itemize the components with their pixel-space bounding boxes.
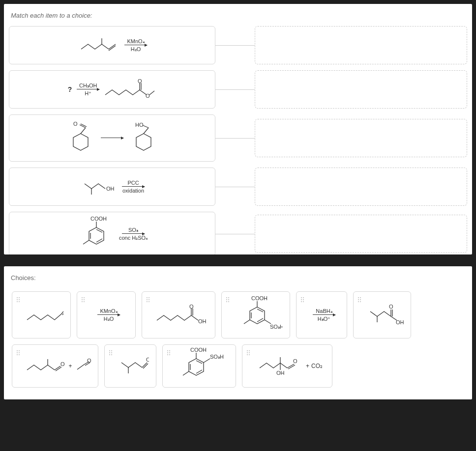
connector <box>215 89 255 90</box>
svg-text:O: O <box>60 361 65 367</box>
reagent-bottom: H₃O⁺ <box>318 316 331 322</box>
svg-line-42 <box>265 320 271 324</box>
plus-sign: + <box>306 363 309 369</box>
molecule-isobutanol: OH <box>80 177 119 197</box>
svg-text:OH: OH <box>198 318 207 324</box>
drag-handle-icon <box>246 350 250 356</box>
svg-marker-35 <box>250 307 265 324</box>
plus-sign: + <box>68 363 72 369</box>
svg-text:O: O <box>73 121 78 127</box>
svg-line-41 <box>244 320 250 324</box>
matching-panel: Match each item to a choice: KMnO₄ H₂O <box>4 4 472 254</box>
svg-text:SO₃H: SO₃H <box>210 354 224 360</box>
drag-handle-icon <box>81 297 85 303</box>
reagent-top: CH₃OH <box>79 83 97 88</box>
drop-target-4[interactable] <box>255 168 467 206</box>
svg-line-15 <box>144 128 149 134</box>
svg-text:O: O <box>389 304 393 310</box>
match-row-4: OH PCC oxidation <box>9 168 467 206</box>
svg-text:O: O <box>138 78 142 84</box>
match-row-3: O HO <box>9 114 467 162</box>
molecule-pentanal: O <box>24 305 63 325</box>
svg-line-17 <box>143 125 149 128</box>
reagent-bottom: oxidation <box>122 188 144 194</box>
svg-line-26 <box>83 240 89 244</box>
choice-4-sulfo-m-toluic-acid[interactable]: COOH SO₃H <box>162 344 236 388</box>
drop-target-2[interactable] <box>255 70 467 109</box>
svg-line-11 <box>80 125 86 128</box>
reagent-top: KMnO₄ <box>100 308 117 314</box>
svg-text:OH: OH <box>276 370 285 376</box>
drag-handle-icon <box>357 297 361 303</box>
svg-text:SO₃H: SO₃H <box>270 324 283 330</box>
svg-text:O: O <box>87 359 91 364</box>
svg-text:OH: OH <box>396 319 404 325</box>
arrow-plain <box>101 137 123 139</box>
connector <box>215 187 255 187</box>
molecule-2-methylbutanal: O <box>24 356 66 376</box>
drop-target-1[interactable] <box>255 26 467 64</box>
svg-marker-62 <box>189 359 204 375</box>
reagent-bottom: H⁺ <box>85 90 91 96</box>
prompt-2: ? CH₃OH H⁺ O O <box>9 70 215 109</box>
svg-line-8 <box>149 91 154 95</box>
choice-pentanal[interactable]: O <box>12 291 71 338</box>
unknown-marker: ? <box>68 85 72 93</box>
choice-kmno4-h2o[interactable]: KMnO₄ H₂O <box>77 291 136 338</box>
svg-text:COOH: COOH <box>190 347 207 353</box>
svg-marker-9 <box>73 134 88 150</box>
choice-isobutyric-acid[interactable]: O OH <box>353 291 411 338</box>
svg-marker-14 <box>136 134 151 150</box>
reagent-arrow: KMnO₄ H₂O <box>97 308 120 322</box>
match-row-1: KMnO₄ H₂O <box>9 26 467 64</box>
drag-handle-icon <box>300 297 304 303</box>
molecule-2-methylbutane-1-2-diol: O OH <box>257 354 304 378</box>
svg-marker-20 <box>89 227 104 244</box>
svg-line-33 <box>191 315 198 320</box>
drop-target-3[interactable] <box>255 119 467 157</box>
co2-label: CO₂ <box>311 363 323 369</box>
svg-line-27 <box>61 309 63 314</box>
drag-handle-icon <box>226 297 230 303</box>
svg-line-12 <box>81 124 87 127</box>
connector <box>215 234 255 234</box>
choice-5-sulfo-m-toluic-acid[interactable]: COOH SO₃H <box>221 291 290 338</box>
svg-text:O: O <box>293 358 298 364</box>
drag-handle-icon <box>16 297 20 303</box>
svg-text:OH: OH <box>106 186 115 192</box>
choice-methylbutanal-plus-formaldehyde[interactable]: O + O <box>12 344 98 388</box>
drag-handle-icon <box>16 350 20 356</box>
molecule-sulfobenzoic-2: COOH SO₃H <box>175 347 229 385</box>
molecule-3-methyl-1-pentene <box>77 35 121 55</box>
reagent-top: NaBH₄ <box>316 308 332 314</box>
drag-handle-icon <box>146 297 150 303</box>
reagent-top: KMnO₄ <box>127 38 144 44</box>
molecule-methyl-pentanoate: O O <box>102 78 156 101</box>
molecule-formaldehyde: O <box>74 359 91 373</box>
drop-target-5[interactable] <box>255 215 467 253</box>
match-row-5: COOH SO₃ conc H₂SO₄ <box>9 212 467 254</box>
choice-nabh4-h3o[interactable]: NaBH₄ H₃O⁺ <box>296 291 347 338</box>
svg-text:O: O <box>146 93 150 99</box>
connector <box>215 138 255 139</box>
drag-handle-icon <box>109 350 113 356</box>
reagent-arrow: CH₃OH H⁺ <box>77 83 99 96</box>
choice-pentanoic-acid[interactable]: O OH <box>142 291 215 338</box>
prompt-3: O HO <box>9 114 215 162</box>
choices-panel: Choices: O KMnO₄ H₂O <box>4 266 472 399</box>
molecule-m-toluic-acid: COOH <box>77 216 116 252</box>
svg-text:O: O <box>189 304 194 310</box>
choice-diol-plus-co2[interactable]: O OH + CO₂ <box>242 344 332 388</box>
molecule-pentanoic-acid: O OH <box>154 304 208 326</box>
svg-text:HO: HO <box>135 122 144 128</box>
reagent-top: SO₃ <box>128 227 138 233</box>
prompt-5: COOH SO₃ conc H₂SO₄ <box>9 212 215 254</box>
reagent-arrow: NaBH₄ H₃O⁺ <box>313 308 335 322</box>
svg-text:O: O <box>146 357 149 363</box>
choices-label: Choices: <box>11 274 467 282</box>
molecule-cyclohexylmethanol: HO <box>126 121 161 155</box>
svg-line-70 <box>183 371 189 375</box>
choice-isobutyraldehyde[interactable]: O <box>104 344 156 388</box>
reagent-arrow: PCC oxidation <box>122 180 145 194</box>
svg-line-54 <box>77 365 84 369</box>
